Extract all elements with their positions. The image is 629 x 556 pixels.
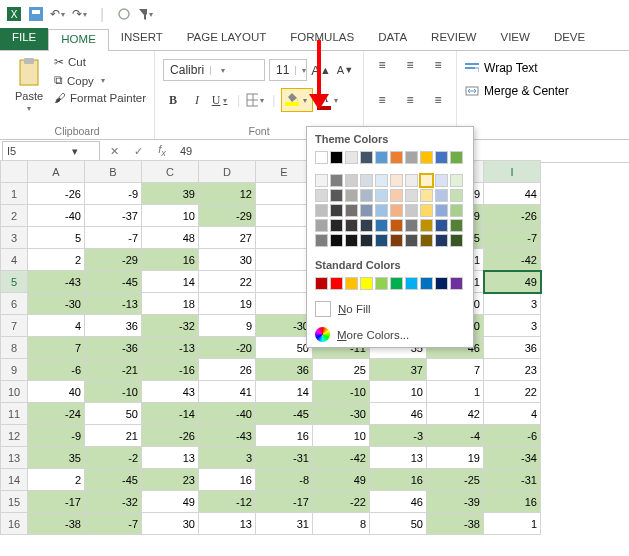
theme-color-swatch[interactable] <box>345 174 358 187</box>
cell-A12[interactable]: -9 <box>28 425 85 447</box>
cell-D9[interactable]: 26 <box>199 359 256 381</box>
cell-A13[interactable]: 35 <box>28 447 85 469</box>
theme-color-swatch[interactable] <box>345 234 358 247</box>
theme-color-swatch[interactable] <box>345 219 358 232</box>
cell-B2[interactable]: -37 <box>85 205 142 227</box>
row-header-5[interactable]: 5 <box>1 271 28 293</box>
theme-color-swatch[interactable] <box>435 174 448 187</box>
align-left-icon[interactable]: ≡ <box>372 90 392 110</box>
cell-A16[interactable]: -38 <box>28 513 85 535</box>
cell-G13[interactable]: 13 <box>370 447 427 469</box>
theme-color-swatch[interactable] <box>360 204 373 217</box>
cell-I7[interactable]: 3 <box>484 315 541 337</box>
cell-B10[interactable]: -10 <box>85 381 142 403</box>
tab-data[interactable]: DATA <box>366 28 419 50</box>
theme-color-swatch[interactable] <box>345 189 358 202</box>
theme-color-swatch[interactable] <box>435 234 448 247</box>
cell-E10[interactable]: 14 <box>256 381 313 403</box>
cell-F14[interactable]: 49 <box>313 469 370 491</box>
cell-H16[interactable]: -38 <box>427 513 484 535</box>
tab-developer[interactable]: DEVE <box>542 28 597 50</box>
theme-color-swatch[interactable] <box>345 151 358 164</box>
row-header-6[interactable]: 6 <box>1 293 28 315</box>
cell-B5[interactable]: -45 <box>85 271 142 293</box>
filter-icon[interactable]: ▾ <box>138 6 154 22</box>
theme-color-swatch[interactable] <box>360 151 373 164</box>
cell-A11[interactable]: -24 <box>28 403 85 425</box>
cell-A14[interactable]: 2 <box>28 469 85 491</box>
row-header-2[interactable]: 2 <box>1 205 28 227</box>
cell-A6[interactable]: -30 <box>28 293 85 315</box>
standard-color-swatch[interactable] <box>330 277 343 290</box>
cell-D13[interactable]: 3 <box>199 447 256 469</box>
cell-I13[interactable]: -34 <box>484 447 541 469</box>
cell-A10[interactable]: 40 <box>28 381 85 403</box>
cell-C5[interactable]: 14 <box>142 271 199 293</box>
cell-H10[interactable]: 1 <box>427 381 484 403</box>
cell-C1[interactable]: 39 <box>142 183 199 205</box>
cell-I5[interactable]: 49 <box>484 271 541 293</box>
cell-B4[interactable]: -29 <box>85 249 142 271</box>
cell-E2[interactable] <box>256 205 313 227</box>
underline-button[interactable]: U▾ <box>211 90 231 110</box>
cell-C8[interactable]: -13 <box>142 337 199 359</box>
standard-color-swatch[interactable] <box>345 277 358 290</box>
theme-color-swatch[interactable] <box>360 219 373 232</box>
theme-color-swatch[interactable] <box>330 174 343 187</box>
name-box[interactable]: I5▾ <box>2 141 100 161</box>
redo-icon[interactable]: ↷▾ <box>72 6 88 22</box>
row-header-3[interactable]: 3 <box>1 227 28 249</box>
theme-color-swatch[interactable] <box>375 219 388 232</box>
row-header-15[interactable]: 15 <box>1 491 28 513</box>
theme-color-swatch[interactable] <box>315 219 328 232</box>
cell-B15[interactable]: -32 <box>85 491 142 513</box>
row-header-1[interactable]: 1 <box>1 183 28 205</box>
cell-G9[interactable]: 37 <box>370 359 427 381</box>
theme-color-swatch[interactable] <box>330 189 343 202</box>
theme-color-swatch[interactable] <box>390 234 403 247</box>
cell-F9[interactable]: 25 <box>313 359 370 381</box>
cell-C15[interactable]: 49 <box>142 491 199 513</box>
cell-D3[interactable]: 27 <box>199 227 256 249</box>
cell-C7[interactable]: -32 <box>142 315 199 337</box>
theme-color-swatch[interactable] <box>390 219 403 232</box>
cut-button[interactable]: ✂Cut <box>54 55 146 69</box>
cell-B11[interactable]: 50 <box>85 403 142 425</box>
theme-color-swatch[interactable] <box>420 204 433 217</box>
theme-color-swatch[interactable] <box>330 219 343 232</box>
theme-color-swatch[interactable] <box>330 204 343 217</box>
cell-C13[interactable]: 13 <box>142 447 199 469</box>
standard-color-swatch[interactable] <box>390 277 403 290</box>
theme-color-swatch[interactable] <box>435 204 448 217</box>
row-header-11[interactable]: 11 <box>1 403 28 425</box>
cell-B13[interactable]: -2 <box>85 447 142 469</box>
theme-color-swatch[interactable] <box>405 219 418 232</box>
cell-H13[interactable]: 19 <box>427 447 484 469</box>
column-header-I[interactable]: I <box>484 161 541 183</box>
cell-I16[interactable]: 1 <box>484 513 541 535</box>
theme-color-swatch[interactable] <box>375 174 388 187</box>
cell-I15[interactable]: 16 <box>484 491 541 513</box>
borders-button[interactable]: ▾ <box>246 90 266 110</box>
align-right-icon[interactable]: ≡ <box>428 90 448 110</box>
theme-color-swatch[interactable] <box>360 189 373 202</box>
row-header-9[interactable]: 9 <box>1 359 28 381</box>
cell-I6[interactable]: 3 <box>484 293 541 315</box>
format-painter-button[interactable]: 🖌Format Painter <box>54 92 146 104</box>
column-header-E[interactable]: E <box>256 161 313 183</box>
theme-color-swatch[interactable] <box>450 219 463 232</box>
cell-D6[interactable]: 19 <box>199 293 256 315</box>
cell-E9[interactable]: 36 <box>256 359 313 381</box>
cell-H12[interactable]: -4 <box>427 425 484 447</box>
align-top-icon[interactable]: ≡ <box>372 55 392 75</box>
cell-D2[interactable]: -29 <box>199 205 256 227</box>
cell-G10[interactable]: 10 <box>370 381 427 403</box>
theme-color-swatch[interactable] <box>420 174 433 187</box>
column-header-A[interactable]: A <box>28 161 85 183</box>
cell-B9[interactable]: -21 <box>85 359 142 381</box>
theme-color-swatch[interactable] <box>315 204 328 217</box>
theme-color-swatch[interactable] <box>405 189 418 202</box>
standard-color-swatch[interactable] <box>375 277 388 290</box>
cell-F10[interactable]: -10 <box>313 381 370 403</box>
cell-A1[interactable]: -26 <box>28 183 85 205</box>
